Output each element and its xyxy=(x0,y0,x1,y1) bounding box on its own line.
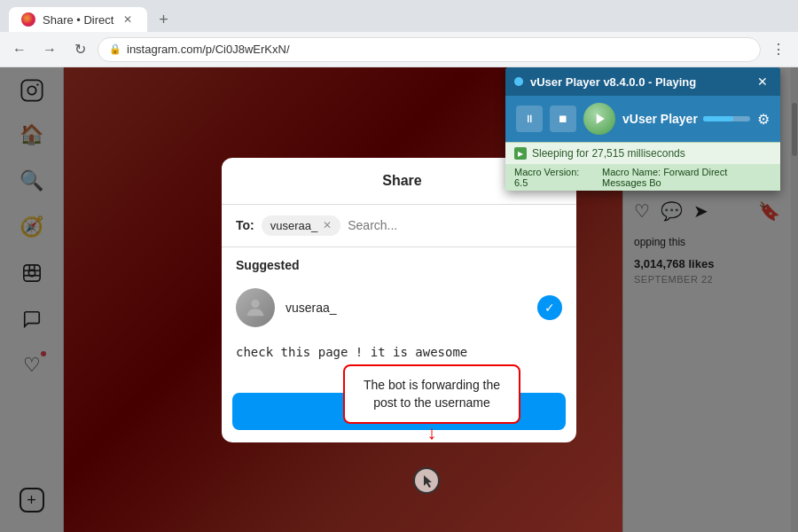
browser-titlebar: Share • Direct ✕ + xyxy=(0,0,798,32)
annotation-arrow: ↓ xyxy=(427,419,437,447)
suggested-username: vuseraa_ xyxy=(286,301,337,315)
new-tab-button[interactable]: + xyxy=(151,7,176,32)
vuser-brand-label: vUser Player xyxy=(622,112,698,126)
browser-tabs: Share • Direct ✕ + xyxy=(9,0,176,32)
browser-toolbar: ← → ↻ 🔒 instagram.com/p/Ci0J8wErKxN/ ⋮ xyxy=(0,32,798,67)
annotation-box: The bot is forwarding the post to the us… xyxy=(343,364,520,424)
user-check-icon: ✓ xyxy=(537,295,562,320)
vuser-stop-button[interactable]: ⏹ xyxy=(550,106,576,132)
more-button[interactable]: ⋮ xyxy=(766,37,791,62)
vuser-status-bar: ▶ Sleeping for 27,515 milliseconds xyxy=(505,142,780,164)
search-input[interactable] xyxy=(348,218,562,232)
suggested-label: Suggested xyxy=(222,247,576,279)
vuser-status-text: Sleeping for 27,515 milliseconds xyxy=(532,147,685,160)
vuser-progress-bar xyxy=(703,116,750,121)
vuser-controls: ⏸ ⏹ vUser Player ⚙ xyxy=(505,96,780,142)
browser-content: 🏠 🔍 🧭 ♡ + low its September Beau xyxy=(0,67,798,532)
recipient-chip: vuseraa_ ✕ xyxy=(262,215,340,236)
back-button[interactable]: ← xyxy=(7,37,32,62)
to-label: To: xyxy=(236,218,254,232)
forward-button[interactable]: → xyxy=(37,37,62,62)
user-avatar xyxy=(236,288,275,327)
vuser-status-dot xyxy=(514,77,523,86)
vuser-status-icon: ▶ xyxy=(514,147,527,160)
vuser-brand-area: vUser Player xyxy=(622,112,750,126)
address-bar[interactable]: 🔒 instagram.com/p/Ci0J8wErKxN/ xyxy=(98,37,761,62)
vuser-player-widget: vUser Player v8.4.0.0 - Playing ✕ ⏸ ⏹ vU… xyxy=(505,67,780,191)
browser-window: Share • Direct ✕ + ← → ↻ 🔒 instagram.com… xyxy=(0,0,798,532)
active-tab[interactable]: Share • Direct ✕ xyxy=(9,7,147,32)
refresh-button[interactable]: ↻ xyxy=(67,37,92,62)
recipient-name: vuseraa_ xyxy=(270,219,317,232)
svg-point-9 xyxy=(251,299,259,307)
suggested-user-row[interactable]: vuseraa_ ✓ xyxy=(222,279,576,336)
share-to-row: To: vuseraa_ ✕ xyxy=(222,205,576,247)
vuser-title: vUser Player v8.4.0.0 - Playing xyxy=(530,75,747,89)
vuser-titlebar: vUser Player v8.4.0.0 - Playing ✕ xyxy=(505,67,780,96)
vuser-macro-version: Macro Version: 6.5 xyxy=(514,167,588,188)
vuser-pause-button[interactable]: ⏸ xyxy=(516,106,543,132)
annotation-text: The bot is forwarding the post to the us… xyxy=(364,378,500,410)
vuser-close-button[interactable]: ✕ xyxy=(754,73,771,90)
tab-close-button[interactable]: ✕ xyxy=(121,12,135,27)
vuser-logo-icon xyxy=(583,103,615,135)
tab-title: Share • Direct xyxy=(43,13,113,27)
instagram-favicon xyxy=(21,12,35,27)
vuser-macro-name: Macro Name: Forward Direct Messages Bo xyxy=(602,167,771,188)
url-text: instagram.com/p/Ci0J8wErKxN/ xyxy=(127,43,290,56)
vuser-progress-fill xyxy=(703,116,734,121)
lock-icon: 🔒 xyxy=(109,43,121,55)
vuser-meta-bar: Macro Version: 6.5 Macro Name: Forward D… xyxy=(505,164,780,191)
chip-remove-button[interactable]: ✕ xyxy=(323,219,332,231)
share-modal-title: Share xyxy=(261,173,544,189)
vuser-settings-button[interactable]: ⚙ xyxy=(757,111,770,128)
